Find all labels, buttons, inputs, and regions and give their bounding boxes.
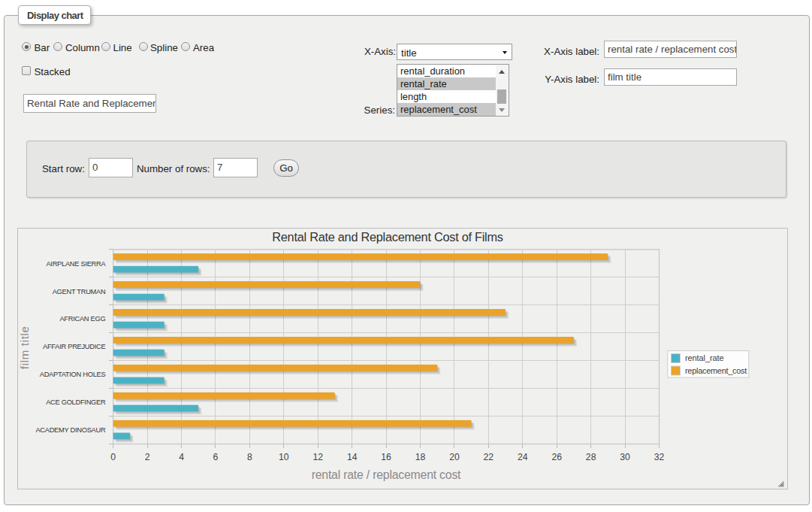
svg-text:20: 20 — [449, 452, 460, 462]
svg-text:26: 26 — [551, 452, 562, 462]
svg-text:AGENT TRUMAN: AGENT TRUMAN — [53, 288, 106, 295]
svg-text:28: 28 — [586, 452, 596, 462]
svg-text:4: 4 — [179, 452, 184, 462]
svg-text:AIRPLANE SIERRA: AIRPLANE SIERRA — [46, 260, 106, 268]
svg-text:ACE GOLDFINGER: ACE GOLDFINGER — [46, 398, 106, 406]
svg-text:0: 0 — [110, 452, 116, 462]
svg-text:ACADEMY DINOSAUR: ACADEMY DINOSAUR — [35, 426, 106, 434]
svg-text:14: 14 — [347, 452, 358, 462]
svg-text:16: 16 — [381, 452, 391, 462]
svg-text:6: 6 — [213, 452, 219, 462]
svg-text:rental rate / replacement cost: rental rate / replacement cost — [312, 468, 461, 481]
svg-text:ADAPTATION HOLES: ADAPTATION HOLES — [40, 371, 106, 378]
svg-text:22: 22 — [484, 452, 494, 462]
svg-text:10: 10 — [279, 452, 289, 462]
svg-text:8: 8 — [247, 452, 252, 462]
svg-text:AFFAIR PREJUDICE: AFFAIR PREJUDICE — [43, 343, 105, 350]
svg-text:18: 18 — [415, 452, 426, 462]
svg-text:AFRICAN EGG: AFRICAN EGG — [59, 315, 105, 323]
svg-text:replacement_cost: replacement_cost — [685, 366, 747, 375]
svg-text:Rental Rate and Replacement Co: Rental Rate and Replacement Cost of Film… — [272, 230, 503, 244]
svg-text:30: 30 — [620, 452, 630, 462]
svg-text:32: 32 — [654, 452, 665, 462]
svg-text:12: 12 — [312, 452, 323, 462]
svg-text:rental_rate: rental_rate — [685, 353, 724, 362]
svg-text:24: 24 — [518, 452, 528, 462]
svg-text:film title: film title — [18, 326, 31, 369]
svg-text:2: 2 — [145, 452, 150, 462]
